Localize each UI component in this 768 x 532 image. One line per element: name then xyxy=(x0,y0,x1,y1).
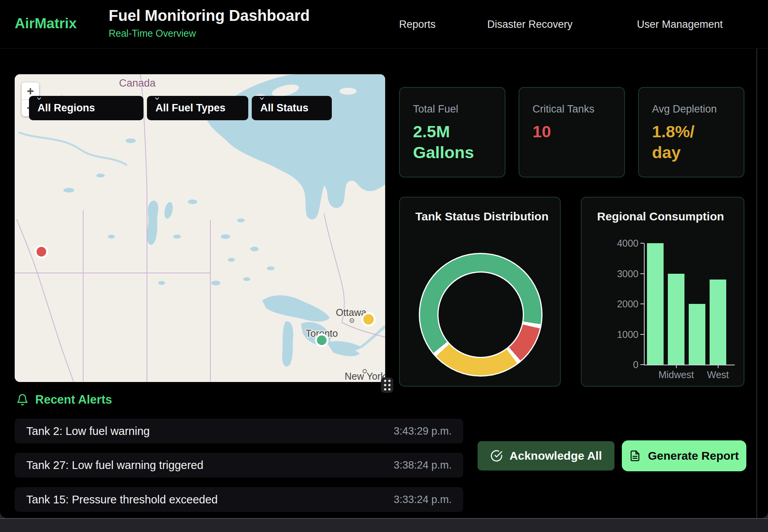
y-axis-tick xyxy=(640,334,644,335)
acknowledge-all-button[interactable]: Acknowledge All xyxy=(478,441,614,471)
city-label-new-york: New York xyxy=(345,371,385,382)
nav-item-disaster-recovery[interactable]: Disaster Recovery xyxy=(487,0,573,49)
title-block: Fuel Monitoring Dashboard Real-Time Over… xyxy=(109,7,310,39)
bell-icon xyxy=(16,394,29,406)
fuel-type-filter-value: All Fuel Types xyxy=(155,102,225,114)
alert-timestamp: 3:38:24 p.m. xyxy=(394,459,452,471)
bar-west xyxy=(710,280,726,365)
bar-region-3 xyxy=(689,304,705,365)
country-label-canada: Canada xyxy=(119,77,156,89)
y-axis-tick xyxy=(640,243,644,244)
fuel-type-filter-dropdown[interactable]: All Fuel Types xyxy=(147,96,248,120)
region-filter-value: All Regions xyxy=(38,102,95,114)
tank-marker-warning[interactable] xyxy=(362,313,375,326)
chart-title: Tank Status Distribution xyxy=(415,210,548,223)
acknowledge-all-label: Acknowledge All xyxy=(510,449,602,462)
status-filter-dropdown[interactable]: All Status xyxy=(252,96,332,120)
brand-logo[interactable]: AirMatrix xyxy=(15,15,77,32)
header: AirMatrix Fuel Monitoring Dashboard Real… xyxy=(0,0,768,49)
stat-cards-row: Total Fuel 2.5MGallons Critical Tanks 10… xyxy=(399,87,744,177)
scrollbar-track[interactable] xyxy=(756,49,757,518)
tank-marker-normal[interactable] xyxy=(316,334,328,346)
chevron-down-icon xyxy=(258,96,266,101)
stat-label: Avg Depletion xyxy=(652,103,730,115)
x-axis-tick xyxy=(718,365,719,368)
y-axis-label: 2000 xyxy=(617,298,638,310)
stat-value-total-fuel: 2.5MGallons xyxy=(413,121,492,163)
map-canvas[interactable]: Canada Ottawa Toronto New York xyxy=(15,74,385,382)
x-axis-label: West xyxy=(707,369,729,380)
bar-plot-area xyxy=(645,243,735,365)
stat-card-critical-tanks: Critical Tanks 10 xyxy=(519,87,625,177)
region-filter-dropdown[interactable]: All Regions xyxy=(29,96,143,120)
alert-timestamp: 3:33:24 p.m. xyxy=(394,494,452,506)
y-axis-label: 4000 xyxy=(617,238,638,249)
alert-row[interactable]: Tank 15: Pressure threshold exceeded 3:3… xyxy=(15,487,463,512)
generate-report-button[interactable]: Generate Report xyxy=(622,440,746,471)
alert-message: Tank 2: Low fuel warning xyxy=(26,425,150,438)
bar-region-1 xyxy=(647,243,664,365)
bar-midwest xyxy=(668,274,684,365)
map[interactable]: Canada Ottawa Toronto New York + − xyxy=(15,74,385,382)
stat-card-total-fuel: Total Fuel 2.5MGallons xyxy=(399,87,505,177)
alert-row[interactable]: Tank 27: Low fuel warning triggered 3:38… xyxy=(15,453,463,477)
content: Canada Ottawa Toronto New York + − xyxy=(0,49,768,518)
alert-message: Tank 27: Low fuel warning triggered xyxy=(26,459,203,472)
recent-alerts-header: Recent Alerts xyxy=(16,393,112,407)
tank-status-chart-card: Tank Status Distribution xyxy=(399,197,561,387)
stat-label: Critical Tanks xyxy=(532,103,611,115)
document-icon xyxy=(629,450,641,462)
city-label-ottawa: Ottawa xyxy=(336,307,366,318)
status-filter-value: All Status xyxy=(260,102,309,114)
drag-handle-icon[interactable] xyxy=(381,377,393,393)
donut-chart xyxy=(419,253,543,377)
stat-card-avg-depletion: Avg Depletion 1.8%/day xyxy=(638,87,744,177)
chart-title: Regional Consumption xyxy=(597,210,724,223)
generate-report-label: Generate Report xyxy=(648,449,739,462)
chevron-down-icon xyxy=(35,96,43,101)
y-axis-label: 3000 xyxy=(617,268,638,279)
stat-value-critical-tanks: 10 xyxy=(532,121,611,142)
page-title: Fuel Monitoring Dashboard xyxy=(109,7,310,24)
y-axis-tick xyxy=(640,273,644,274)
donut-hole xyxy=(437,271,524,358)
nav-item-user-management[interactable]: User Management xyxy=(637,0,723,49)
recent-alerts-title: Recent Alerts xyxy=(35,393,112,407)
alert-row[interactable]: Tank 2: Low fuel warning 3:43:29 p.m. xyxy=(15,419,463,443)
nav-item-reports[interactable]: Reports xyxy=(399,0,436,49)
y-axis-label: 1000 xyxy=(617,329,638,340)
x-axis-tick xyxy=(676,365,677,368)
window-bottom-strip xyxy=(0,518,768,532)
alert-message: Tank 15: Pressure threshold exceeded xyxy=(26,493,218,506)
stat-label: Total Fuel xyxy=(413,103,492,115)
app-window: AirMatrix Fuel Monitoring Dashboard Real… xyxy=(0,0,768,518)
x-axis-label: Midwest xyxy=(659,369,694,380)
y-axis-tick xyxy=(640,364,644,365)
check-circle-icon xyxy=(490,450,503,462)
regional-consumption-chart-card: Regional Consumption MidwestWest01000200… xyxy=(581,197,744,387)
tank-marker-critical[interactable] xyxy=(36,246,47,257)
page-subtitle: Real-Time Overview xyxy=(109,28,310,39)
stat-value-avg-depletion: 1.8%/day xyxy=(652,121,730,163)
y-axis-tick xyxy=(640,304,644,304)
chevron-down-icon xyxy=(153,96,161,101)
y-axis-label: 0 xyxy=(633,359,638,370)
alert-timestamp: 3:43:29 p.m. xyxy=(394,425,452,437)
bar-chart: MidwestWest01000200030004000 xyxy=(644,243,735,365)
